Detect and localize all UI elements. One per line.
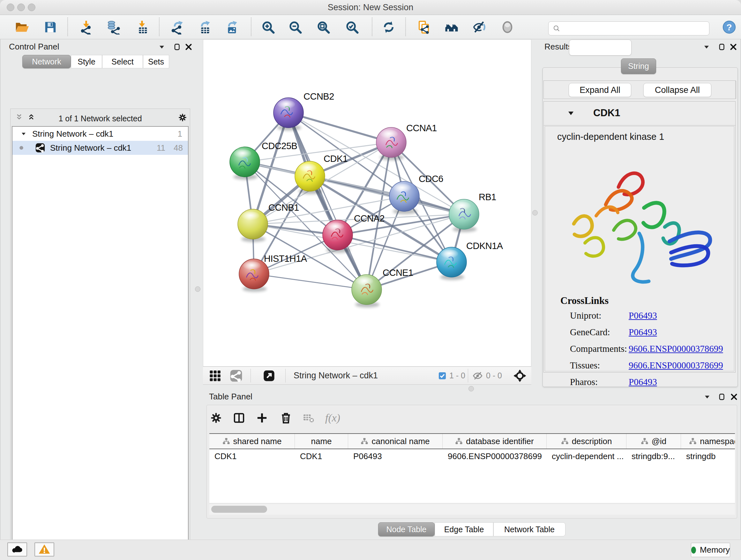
zoom-out-button[interactable] bbox=[286, 18, 304, 36]
gene-section-header[interactable]: CDK1 bbox=[544, 102, 735, 125]
network-view-toolbar: String Network – cdk1 1 - 0 0 - 0 bbox=[203, 367, 531, 385]
table-cell[interactable]: stringdb:9... bbox=[626, 451, 681, 461]
selection-checkbox-icon[interactable] bbox=[438, 371, 447, 380]
crosslink-label: Pharos: bbox=[570, 377, 598, 387]
table-cell[interactable]: CDK1 bbox=[295, 451, 348, 461]
collapse-triangle-icon[interactable] bbox=[567, 109, 575, 118]
network-tree-item[interactable]: String Network – cdk1 11 48 bbox=[12, 141, 188, 155]
network-node-CDK1[interactable]: CDK1 bbox=[295, 153, 347, 194]
table-hscrollbar[interactable] bbox=[209, 503, 735, 515]
tab-style[interactable]: Style bbox=[71, 55, 102, 68]
crosslink-link[interactable]: P06493 bbox=[629, 377, 657, 387]
export-table-button[interactable] bbox=[196, 18, 213, 36]
tab-node-table[interactable]: Node Table bbox=[378, 522, 434, 537]
network-node-RB1[interactable]: RB1 bbox=[449, 192, 496, 232]
crosslink-link[interactable]: P06493 bbox=[629, 327, 657, 337]
table-cell[interactable]: CDK1 bbox=[209, 451, 295, 461]
table-row[interactable]: CDK1CDK1P064939606.ENSP00000378699cyclin… bbox=[209, 449, 735, 463]
tab-network[interactable]: Network bbox=[22, 55, 71, 68]
houses-button[interactable] bbox=[443, 18, 460, 36]
crosslink-link[interactable]: P06493 bbox=[629, 310, 657, 321]
panel-menu-icon[interactable] bbox=[158, 43, 166, 51]
warnings-button[interactable] bbox=[35, 543, 54, 557]
plus-button[interactable] bbox=[254, 410, 270, 426]
grid-overview-icon[interactable] bbox=[208, 369, 222, 383]
panel-menu-icon[interactable] bbox=[702, 43, 711, 51]
panel-menu-icon[interactable] bbox=[703, 393, 711, 401]
column-header-namespace[interactable]: namespace bbox=[681, 434, 735, 449]
zoom-fit-button[interactable] bbox=[315, 18, 332, 36]
network-node-CDKN1A[interactable]: CDKN1A bbox=[436, 241, 503, 280]
gear-icon[interactable] bbox=[178, 113, 187, 122]
tab-string[interactable]: String bbox=[621, 58, 656, 74]
columns-button[interactable] bbox=[231, 410, 247, 426]
tab-sets[interactable]: Sets bbox=[143, 55, 169, 68]
zoom-in-button[interactable] bbox=[259, 18, 277, 36]
network-node-CDC25B[interactable]: CDC25B bbox=[230, 141, 297, 180]
help-button[interactable]: ? bbox=[721, 18, 738, 36]
table-cell[interactable]: cyclin-dependent ... bbox=[547, 451, 626, 461]
network-tree-item[interactable]: String Network – cdk1 1 bbox=[12, 127, 188, 141]
trash-button[interactable] bbox=[278, 410, 294, 426]
table-cell[interactable]: P06493 bbox=[348, 451, 443, 461]
export-image-button[interactable] bbox=[223, 18, 240, 36]
float-panel-icon[interactable] bbox=[718, 393, 726, 401]
cloud-button[interactable] bbox=[7, 543, 27, 557]
node-label: CDC25B bbox=[262, 141, 297, 151]
clone-network-button[interactable] bbox=[415, 18, 432, 36]
network-node-HIST1H1A[interactable]: HIST1H1A bbox=[239, 253, 307, 292]
close-panel-icon[interactable] bbox=[729, 43, 738, 51]
network-edge[interactable] bbox=[288, 113, 391, 142]
import-database-button[interactable] bbox=[105, 18, 122, 36]
zoom-selected-button[interactable] bbox=[343, 18, 360, 36]
left-splitter-handle[interactable] bbox=[195, 287, 200, 292]
open-button[interactable] bbox=[13, 18, 30, 36]
right-splitter-handle[interactable] bbox=[532, 210, 538, 215]
save-button[interactable] bbox=[42, 18, 59, 36]
expand-triangle-icon[interactable] bbox=[20, 130, 27, 137]
column-header-shared-name[interactable]: shared name bbox=[209, 434, 295, 449]
tab-edge-table[interactable]: Edge Table bbox=[434, 522, 493, 537]
column-header-canonical-name[interactable]: canonical name bbox=[348, 434, 443, 449]
column-header-database-identifier[interactable]: database identifier bbox=[443, 434, 547, 449]
float-panel-icon[interactable] bbox=[173, 43, 181, 51]
float-panel-icon[interactable] bbox=[718, 43, 726, 51]
tab-select[interactable]: Select bbox=[102, 55, 143, 68]
network-node-CCNA1[interactable]: CCNA1 bbox=[376, 123, 437, 160]
search-box[interactable] bbox=[548, 21, 710, 36]
hscrollbar-thumb[interactable] bbox=[211, 506, 267, 513]
collapse-all-button[interactable]: Collapse All bbox=[643, 83, 711, 97]
crosslink-link[interactable]: 9606.ENSP00000378699 bbox=[629, 360, 723, 371]
network-view-title: String Network – cdk1 bbox=[293, 367, 378, 384]
tab-network-table[interactable]: Network Table bbox=[493, 522, 565, 537]
column-header-name[interactable]: name bbox=[295, 434, 348, 449]
share-network-icon[interactable] bbox=[229, 369, 243, 383]
memory-button[interactable]: Memory bbox=[691, 543, 730, 557]
table-panel-body: f(x) shared name name canonical name dat… bbox=[206, 405, 737, 518]
eye-slash-button[interactable] bbox=[471, 18, 488, 36]
import-network-button[interactable] bbox=[77, 18, 95, 36]
network-node-CCNB2[interactable]: CCNB2 bbox=[273, 91, 334, 131]
column-header--id[interactable]: @id bbox=[626, 434, 681, 449]
export-network-button[interactable] bbox=[169, 18, 186, 36]
close-panel-icon[interactable] bbox=[185, 43, 193, 51]
open-external-icon[interactable] bbox=[263, 369, 275, 382]
network-edge[interactable] bbox=[254, 274, 367, 290]
network-node-CCNE1[interactable]: CCNE1 bbox=[352, 267, 413, 307]
import-table-button[interactable] bbox=[133, 18, 151, 36]
search-input[interactable] bbox=[563, 23, 709, 33]
node-label: CCNA1 bbox=[406, 123, 437, 133]
column-header-description[interactable]: description bbox=[547, 434, 626, 449]
refresh-button[interactable] bbox=[380, 18, 397, 36]
eye-disabled-button[interactable] bbox=[499, 18, 516, 36]
table-panel-title: Table Panel bbox=[209, 392, 253, 401]
close-panel-icon[interactable] bbox=[730, 393, 738, 401]
table-cell[interactable]: stringdb bbox=[681, 451, 735, 461]
table-cell[interactable]: 9606.ENSP00000378699 bbox=[443, 451, 547, 461]
crosshair-icon[interactable] bbox=[513, 369, 527, 382]
gear-button[interactable] bbox=[208, 410, 224, 426]
network-view-canvas[interactable]: CCNB2 CCNA1 CDC25B CDK1 CDC6 bbox=[203, 39, 531, 367]
hidden-eye-icon[interactable] bbox=[472, 370, 483, 381]
expand-all-button[interactable]: Expand All bbox=[569, 83, 631, 97]
crosslink-link[interactable]: 9606.ENSP00000378699 bbox=[629, 344, 723, 354]
